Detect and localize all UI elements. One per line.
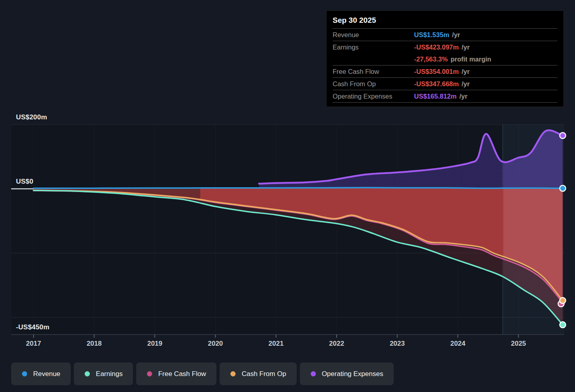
legend-dot-icon xyxy=(230,371,236,376)
y-axis-label: US$0 xyxy=(16,178,33,186)
tooltip-row: RevenueUS$1.535m/yr xyxy=(333,28,557,41)
tooltip-row-suffix: /yr xyxy=(462,44,470,51)
tooltip-row-label: Revenue xyxy=(333,31,414,39)
legend-dot-icon xyxy=(22,371,27,376)
legend-pill-cash-from-op[interactable]: Cash From Op xyxy=(220,362,296,385)
tooltip-row-value: -US$423.097m xyxy=(414,44,459,51)
x-axis-label: 2017 xyxy=(26,340,41,348)
x-axis-label: 2021 xyxy=(268,340,284,348)
legend-label: Earnings xyxy=(96,370,123,378)
tooltip-row: Cash From Op-US$347.668m/yr xyxy=(333,77,557,90)
tooltip-row-label: Operating Expenses xyxy=(333,93,414,100)
x-axis-label: 2023 xyxy=(390,340,405,348)
tooltip-row-value: -US$347.668m xyxy=(414,80,459,88)
legend-label: Operating Expenses xyxy=(322,370,383,378)
tooltip-row-value: US$1.535m xyxy=(414,31,449,39)
x-axis-label: 2022 xyxy=(329,340,344,348)
tooltip-row-label: Free Cash Flow xyxy=(333,68,414,75)
tooltip-row: Operating ExpensesUS$165.812m/yr xyxy=(333,90,557,103)
page: { "tooltip": { "date": "Sep 30 2025", "r… xyxy=(0,0,575,392)
tooltip-row-value: US$165.812m xyxy=(414,93,456,100)
y-axis-label: -US$450m xyxy=(16,323,50,331)
x-axis-label: 2024 xyxy=(450,340,466,348)
legend-pill-revenue[interactable]: Revenue xyxy=(11,362,71,385)
tooltip-row: -27,563.3%profit margin xyxy=(333,53,557,65)
cash-from-op-endpoint-dot xyxy=(560,297,566,303)
y-axis-label: US$200m xyxy=(16,113,47,121)
tooltip-date: Sep 30 2025 xyxy=(333,11,557,28)
tooltip-row-label: Earnings xyxy=(333,44,414,51)
legend-pill-free-cash-flow[interactable]: Free Cash Flow xyxy=(136,362,216,385)
operating-expenses-endpoint-dot xyxy=(560,133,566,139)
chart-legend: RevenueEarningsFree Cash FlowCash From O… xyxy=(11,362,394,385)
legend-pill-earnings[interactable]: Earnings xyxy=(74,362,133,385)
revenue-endpoint-dot xyxy=(560,185,566,191)
tooltip-row: Free Cash Flow-US$354.001m/yr xyxy=(333,65,557,77)
tooltip-row-suffix: /yr xyxy=(459,93,467,100)
legend-dot-icon xyxy=(147,371,152,376)
tooltip-row-value: -US$354.001m xyxy=(414,68,459,75)
x-axis-label: 2018 xyxy=(87,340,102,348)
tooltip-row-suffix: /yr xyxy=(462,68,470,75)
tooltip-row-suffix: /yr xyxy=(462,80,470,88)
legend-dot-icon xyxy=(85,371,90,376)
legend-label: Revenue xyxy=(33,370,60,378)
legend-dot-icon xyxy=(311,371,316,376)
x-axis-label: 2020 xyxy=(208,340,223,348)
tooltip-row-label: Cash From Op xyxy=(333,80,414,88)
legend-label: Cash From Op xyxy=(242,370,286,378)
chart-tooltip: Sep 30 2025 RevenueUS$1.535m/yrEarnings-… xyxy=(326,10,564,107)
tooltip-row: Earnings-US$423.097m/yr xyxy=(333,41,557,53)
legend-label: Free Cash Flow xyxy=(158,370,206,378)
tooltip-row-suffix: /yr xyxy=(452,31,460,39)
legend-pill-operating-expenses[interactable]: Operating Expenses xyxy=(300,362,394,385)
revenue-line xyxy=(34,188,563,188)
tooltip-row-value: -27,563.3% xyxy=(414,55,448,63)
tooltip-row-suffix: profit margin xyxy=(450,55,491,63)
x-axis-label: 2025 xyxy=(511,340,526,348)
earnings-endpoint-dot xyxy=(560,322,566,328)
x-axis-label: 2019 xyxy=(147,340,163,348)
